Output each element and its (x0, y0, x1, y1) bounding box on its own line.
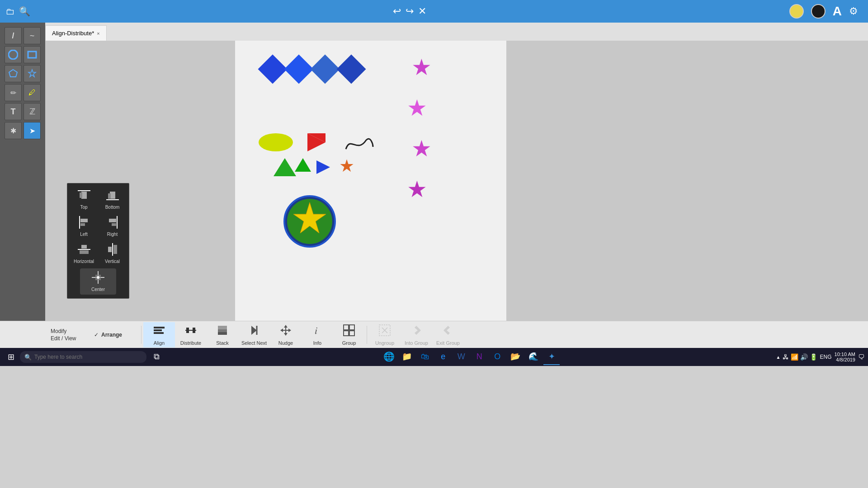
star-2: ★ (407, 95, 427, 121)
font-indicator[interactable]: A (833, 4, 842, 19)
curve-tool[interactable]: ~ (24, 27, 41, 44)
pencil-tool[interactable]: ✏ (5, 84, 22, 101)
svg-rect-26 (81, 245, 87, 249)
text2-tool[interactable]: ℤ (24, 103, 41, 120)
ungroup-tool-button[interactable]: Ungroup (369, 322, 401, 347)
taskbar-app-store[interactable]: 🛍 (417, 349, 433, 365)
align-left-button[interactable]: Left (71, 214, 97, 239)
node-edit-tool[interactable]: ✱ (5, 122, 22, 139)
line-tool[interactable]: / (5, 27, 22, 44)
modify-menu-item[interactable]: Modify (49, 328, 68, 335)
align-top-button[interactable]: Top (71, 187, 97, 211)
svg-rect-43 (218, 326, 227, 329)
highlighter-tool[interactable]: 🖊 (24, 84, 41, 101)
redo-button[interactable]: ↪ (406, 5, 414, 17)
svg-marker-2 (9, 70, 17, 77)
align-left-icon (78, 216, 90, 231)
color-circle-dark[interactable] (811, 4, 826, 19)
network-icon[interactable]: 🖧 (783, 353, 789, 361)
align-top-icon (78, 189, 90, 204)
cancel-button[interactable]: ✕ (418, 5, 426, 17)
taskbar-app-word[interactable]: W (453, 349, 469, 365)
align-vertical-button[interactable]: Vertical (99, 241, 125, 266)
edit-view-menu-item[interactable]: Edit / View (49, 335, 78, 342)
titlebar: 🗀 🔍 ↩ ↪ ✕ A ⚙ (0, 0, 868, 23)
ellipse-tool[interactable] (5, 46, 22, 63)
tool-row-3 (5, 65, 41, 82)
checkmark-icon: ✓ (94, 332, 99, 338)
taskbar-app-taskview[interactable]: ⧉ (148, 349, 165, 365)
svg-marker-7 (274, 158, 296, 176)
align-right-label: Right (107, 232, 118, 237)
align-tool-button[interactable]: Align (143, 322, 175, 347)
group-tool-button[interactable]: Group (333, 322, 365, 347)
folder-icon[interactable]: 🗀 (5, 6, 14, 17)
start-button[interactable]: ⊞ (4, 350, 18, 364)
tab-title: Align-Distribute* (52, 30, 94, 37)
taskbar-app-folder[interactable]: 📁 (399, 349, 415, 365)
taskbar-search[interactable]: 🔍 (20, 351, 146, 363)
arrange-menu-item[interactable]: Arrange (99, 331, 124, 338)
info-label: Info (313, 340, 321, 346)
align-panel: Top Bottom Left (67, 183, 129, 299)
taskbar-app-edge[interactable]: e (435, 349, 451, 365)
polygon-tool[interactable] (5, 65, 22, 82)
align-tool-icon (153, 324, 165, 339)
taskbar-search-input[interactable] (34, 354, 125, 360)
taskbar-app-browser[interactable]: 🌊 (525, 349, 542, 365)
tool-row-5: T ℤ (5, 103, 41, 120)
nudge-tool-button[interactable]: Nudge (270, 322, 302, 347)
align-horizontal-icon (78, 243, 90, 258)
svg-marker-8 (295, 158, 311, 172)
taskbar-app-ie[interactable]: 🌐 (381, 349, 397, 365)
align-right-button[interactable]: Right (99, 214, 125, 239)
align-center-row: Center (71, 268, 125, 295)
select-tool[interactable]: ➤ (24, 122, 41, 139)
into-group-tool-button[interactable]: Into Group (401, 322, 432, 347)
align-center-button[interactable]: Center (80, 268, 116, 295)
rectangle-tool[interactable] (24, 46, 41, 63)
align-vertical-icon (106, 243, 119, 258)
search-icon[interactable]: 🔍 (19, 6, 30, 17)
align-horizontal-button[interactable]: Horizontal (71, 241, 97, 266)
tool-row-1: / ~ (5, 27, 41, 44)
taskbar-app-explorer[interactable]: 📂 (507, 349, 524, 365)
star-1: ★ (411, 54, 432, 80)
star-4: ★ (407, 176, 427, 202)
taskbar-app-onenote[interactable]: N (471, 349, 487, 365)
tab-close[interactable]: × (97, 31, 99, 36)
volume-icon[interactable]: 🔊 (800, 353, 808, 361)
chevron-up-icon[interactable]: ▲ (776, 355, 781, 360)
svg-marker-44 (251, 326, 257, 335)
info-tool-button[interactable]: 𝑖 Info (302, 322, 333, 347)
star-3: ★ (411, 136, 432, 162)
svg-marker-61 (443, 326, 450, 335)
star-flag-tool[interactable] (24, 65, 41, 82)
taskbar-app-outlook[interactable]: O (489, 349, 505, 365)
svg-rect-15 (80, 192, 82, 198)
svg-rect-1 (28, 52, 36, 58)
wifi-icon[interactable]: 📶 (791, 353, 798, 361)
color-circle-yellow[interactable] (789, 4, 804, 19)
tab-align-distribute[interactable]: Align-Distribute* × (45, 25, 107, 41)
bottom-menu: Modify Edit / View (49, 328, 90, 342)
settings-icon[interactable]: ⚙ (849, 5, 858, 17)
svg-marker-51 (288, 328, 291, 332)
battery-icon[interactable]: 🔋 (810, 353, 817, 361)
tool-row-6: ✱ ➤ (5, 122, 41, 139)
left-toolbar: / ~ ✏ 🖊 T ℤ ✱ ➤ (0, 23, 45, 348)
svg-rect-54 (349, 325, 354, 330)
notification-icon[interactable]: 🗨 (858, 353, 864, 361)
svg-rect-20 (80, 219, 88, 222)
language-indicator[interactable]: ENG (820, 354, 832, 360)
select-next-tool-button[interactable]: Select Next (238, 322, 270, 347)
undo-button[interactable]: ↩ (393, 5, 401, 17)
align-bottom-button[interactable]: Bottom (99, 187, 125, 211)
text-tool[interactable]: T (5, 103, 22, 120)
stack-tool-button[interactable]: Stack (207, 322, 238, 347)
taskbar-app-active[interactable]: ✦ (543, 349, 560, 365)
svg-rect-53 (344, 325, 349, 330)
align-bottom-icon (106, 189, 119, 204)
exit-group-tool-button[interactable]: Exit Group (432, 322, 464, 347)
distribute-tool-button[interactable]: Distribute (175, 322, 207, 347)
